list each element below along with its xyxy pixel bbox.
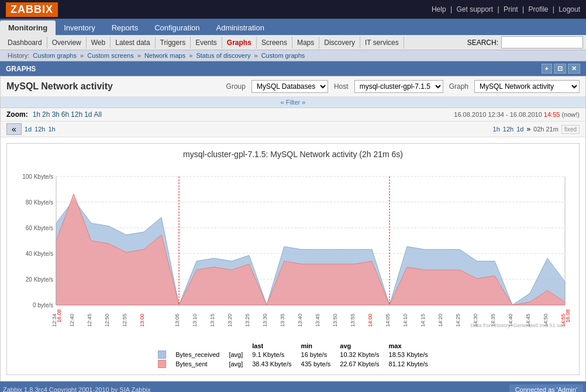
logout-link[interactable]: Logout — [559, 5, 580, 13]
prev-button[interactable]: « — [6, 123, 22, 135]
legend-max-1: 81.12 Kbyte/s — [384, 359, 433, 369]
svg-text:0 byte/s: 0 byte/s — [33, 302, 53, 308]
section-icon-add[interactable]: + — [542, 64, 552, 74]
time-range: 16.08.2010 12:34 - 16.08.2010 14:55 (now… — [454, 111, 580, 118]
footer-connected: Connected as 'Admin' — [509, 384, 583, 392]
section-icon-close[interactable]: ✕ — [568, 64, 580, 74]
search-label: SEARCH: — [467, 39, 498, 47]
svg-text:13:00: 13:00 — [139, 314, 145, 327]
top-bar: ZABBIX Help | Get support | Print | Prof… — [0, 0, 586, 19]
subnav-events[interactable]: Events — [191, 37, 222, 48]
subnav-it-services[interactable]: IT services — [360, 37, 404, 48]
legend-header-avg: avg — [335, 342, 384, 350]
zoom-12h[interactable]: 12h — [71, 110, 82, 119]
chart-title: mysql-cluster-gpl-7.1.5: MySQL Network a… — [10, 150, 576, 159]
svg-text:Data from history. Generated i: Data from history. Generated in 0.51 sec — [471, 322, 566, 328]
host-label: Host — [334, 82, 349, 91]
legend-col-empty2 — [171, 342, 224, 350]
section-header: GRAPHS + ⊡ ✕ — [0, 61, 586, 76]
legend-header-max: max — [384, 342, 433, 350]
legend-header-last: last — [247, 342, 296, 350]
legend-last-0: 9.1 Kbyte/s — [247, 350, 296, 359]
breadcrumb-link-3[interactable]: Status of discovery — [196, 52, 250, 59]
legend-table: last min avg max Bytes_received [avg] 9.… — [153, 342, 433, 369]
legend-col-empty3 — [224, 342, 247, 350]
zoom-2h[interactable]: 2h — [42, 110, 50, 119]
svg-text:60 Kbyte/s: 60 Kbyte/s — [26, 225, 53, 231]
zoom-label: Zoom: — [6, 110, 28, 119]
chart-svg: 100 Kbyte/s 80 Kbyte/s 60 Kbyte/s 40 Kby… — [10, 165, 576, 328]
zoom-all[interactable]: All — [94, 110, 101, 119]
subnav-discovery[interactable]: Discovery — [319, 37, 360, 48]
zoom-6h[interactable]: 6h — [61, 110, 69, 119]
zoom-1h[interactable]: 1h — [33, 110, 40, 119]
nav-left: « 1d 12h 1h — [6, 123, 56, 135]
breadcrumb-link-0[interactable]: Custom graphs — [33, 52, 77, 59]
breadcrumb-link-2[interactable]: Network maps — [144, 52, 185, 59]
footer: Zabbix 1.8.3rc4 Copyright 2001-2010 by S… — [0, 381, 586, 392]
graph-controls: Zoom: 1h 2h 3h 6h 12h 1d All 16.08.2010 … — [1, 108, 585, 122]
nav-right: 1h 12h 1d » 02h 21m fixed — [493, 125, 580, 134]
back-1d[interactable]: 1d — [25, 126, 32, 133]
print-link[interactable]: Print — [504, 5, 518, 13]
help-link[interactable]: Help — [432, 5, 446, 13]
zoom-controls: Zoom: 1h 2h 3h 6h 12h 1d All — [6, 110, 102, 119]
subnav-web[interactable]: Web — [87, 37, 111, 48]
fwd-1d[interactable]: 1d — [516, 126, 523, 133]
content-area: MySQL Network activity Group MySQL Datab… — [0, 76, 586, 381]
subnav-overview[interactable]: Overview — [47, 37, 87, 48]
svg-text:16.08: 16.08 — [56, 309, 62, 322]
legend-row-0: Bytes_received [avg] 9.1 Kbyte/s 16 byte… — [153, 350, 433, 359]
subnav-triggers[interactable]: Triggers — [156, 37, 191, 48]
svg-text:14:10: 14:10 — [402, 314, 408, 327]
back-12h[interactable]: 12h — [35, 126, 45, 133]
top-links: Help | Get support | Print | Profile | L… — [432, 5, 580, 13]
back-1h[interactable]: 1h — [48, 126, 55, 133]
svg-text:13:55: 13:55 — [350, 314, 356, 327]
svg-text:13:25: 13:25 — [244, 314, 250, 327]
host-select[interactable]: mysql-cluster-gpl-7.1.5 — [354, 80, 443, 93]
subnav-maps[interactable]: Maps — [292, 37, 319, 48]
legend: last min avg max Bytes_received [avg] 9.… — [10, 339, 576, 372]
filter-bar[interactable]: « Filter » — [1, 97, 585, 108]
legend-label-1: Bytes_sent — [171, 359, 224, 369]
subnav-graphs[interactable]: Graphs — [222, 37, 257, 48]
logo: ZABBIX — [6, 2, 58, 17]
nav-reports[interactable]: Reports — [104, 20, 147, 35]
group-select[interactable]: MySQL Databases — [251, 80, 328, 93]
svg-text:14:25: 14:25 — [455, 314, 461, 327]
svg-text:20 Kbyte/s: 20 Kbyte/s — [26, 276, 53, 283]
section-icon-expand[interactable]: ⊡ — [554, 64, 566, 74]
fixed-label: fixed — [561, 125, 580, 134]
search-input[interactable] — [501, 36, 583, 48]
svg-text:14:00: 14:00 — [367, 314, 373, 327]
time-start: 16.08.2010 12:34 — [454, 111, 504, 118]
legend-avg-0: 10.32 Kbyte/s — [335, 350, 384, 359]
svg-text:12:50: 12:50 — [104, 314, 110, 327]
profile-link[interactable]: Profile — [528, 5, 548, 13]
zoom-3h[interactable]: 3h — [51, 110, 59, 119]
get-support-link[interactable]: Get support — [456, 5, 493, 13]
breadcrumb-link-1[interactable]: Custom screens — [87, 52, 133, 59]
breadcrumb-link-4[interactable]: Custom graphs — [261, 52, 305, 59]
legend-avg-1: 22.67 Kbyte/s — [335, 359, 384, 369]
subnav-screens[interactable]: Screens — [257, 37, 292, 48]
nav-administration[interactable]: Administration — [208, 20, 273, 35]
graph-select[interactable]: MySQL Network activity — [474, 80, 580, 93]
graph-title-bar: MySQL Network activity Group MySQL Datab… — [1, 77, 585, 97]
subnav-dashboard[interactable]: Dashboard — [3, 37, 47, 48]
subnav-latest-data[interactable]: Latest data — [111, 37, 155, 48]
nav-configuration[interactable]: Configuration — [146, 20, 208, 35]
legend-color-1 — [158, 360, 166, 368]
nav-monitoring[interactable]: Monitoring — [0, 20, 56, 35]
zoom-1d[interactable]: 1d — [84, 110, 92, 119]
svg-text:13:15: 13:15 — [209, 314, 215, 327]
nav-inventory[interactable]: Inventory — [56, 20, 103, 35]
legend-col-empty1 — [153, 342, 171, 350]
fwd-12h[interactable]: 12h — [503, 126, 513, 133]
time-now: (now!) — [561, 111, 580, 118]
fwd-1h[interactable]: 1h — [493, 126, 500, 133]
svg-text:13:35: 13:35 — [280, 314, 285, 327]
group-label: Group — [226, 82, 246, 91]
svg-text:13:20: 13:20 — [227, 314, 233, 327]
